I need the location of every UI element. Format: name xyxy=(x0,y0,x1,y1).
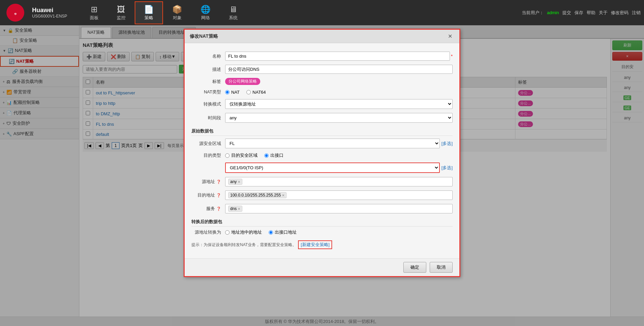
dest-addr-control: 100.0.0.10/255.255.255.255 ✕ xyxy=(225,190,453,200)
topbar-right: 当前用户： admin 提交 保存 帮助 关于 修改密码 注销 xyxy=(522,10,641,16)
name-input[interactable] xyxy=(225,52,450,61)
service-label: 服务 ❓ xyxy=(191,206,225,212)
src-zone-multi-btn[interactable]: [多选] xyxy=(441,141,453,147)
required-star: * xyxy=(451,54,453,59)
cancel-btn[interactable]: 取消 xyxy=(430,262,453,273)
trans-mode-label: 转换模式 xyxy=(191,101,225,107)
nat-radio-input[interactable] xyxy=(225,90,230,94)
iface-addr-radio-input[interactable] xyxy=(269,230,273,235)
form-row-nat-type: NAT类型 NAT NAT64 xyxy=(191,89,453,95)
submit-btn[interactable]: 提交 xyxy=(562,10,571,16)
form-row-dest-iface: GE1/0/0(TO ISP) [多选] xyxy=(191,162,453,173)
about-btn[interactable]: 关于 xyxy=(599,10,608,16)
src-zone-label: 源安全区域 xyxy=(191,141,225,147)
form-row-trans-mode: 转换模式 仅转换源地址 xyxy=(191,99,453,109)
user-name: admin xyxy=(547,10,559,15)
form-row-service: 服务 ❓ dns ✕ xyxy=(191,204,453,213)
modal-title: 修改NAT策略 xyxy=(190,33,218,39)
time-select[interactable]: any xyxy=(225,113,453,123)
dest-addr-tags[interactable]: 100.0.0.10/255.255.255.255 ✕ xyxy=(225,190,453,200)
new-security-policy-link[interactable]: [新建安全策略] xyxy=(298,240,332,249)
src-addr-tag-any: any ✕ xyxy=(228,179,242,185)
form-row-tag: 标签 分公司网络策略 xyxy=(191,78,453,85)
form-row-src-zone: 源安全区域 FL [多选] xyxy=(191,139,453,148)
dest-iface-radio[interactable]: 出接口 xyxy=(264,152,284,158)
src-zone-control: FL [多选] xyxy=(225,139,453,148)
dest-type-label: 目的类型 xyxy=(191,152,225,158)
user-label: 当前用户： xyxy=(522,10,544,16)
confirm-btn[interactable]: 确定 xyxy=(403,262,426,273)
nat-type-label: NAT类型 xyxy=(191,89,225,95)
topbar-nav: ⊞ 面板 🖼 监控 📄 策略 📦 对象 🌐 网络 🖥 系统 xyxy=(81,1,522,24)
nav-monitor[interactable]: 🖼 监控 xyxy=(108,1,135,24)
service-control: dns ✕ xyxy=(225,204,453,213)
name-control xyxy=(225,52,450,61)
src-addr-remove-any[interactable]: ✕ xyxy=(238,180,240,184)
modal-body: 名称 * 描述 标签 分公司网络策略 xyxy=(185,43,459,258)
form-row-time: 时间段 any xyxy=(191,113,453,123)
nav-policy-label: 策略 xyxy=(144,15,153,21)
monitor-icon: 🖼 xyxy=(117,5,125,14)
nat64-radio-input[interactable] xyxy=(246,90,251,94)
nav-network-label: 网络 xyxy=(201,15,210,21)
desc-input[interactable] xyxy=(225,65,453,74)
form-row-src-trans: 源地址转换为 地址池中的地址 出接口地址 xyxy=(191,229,453,235)
modal-footer: 确定 取消 xyxy=(185,258,459,276)
dest-iface-radio-input[interactable] xyxy=(264,153,269,158)
form-row-desc: 描述 xyxy=(191,65,453,74)
tag-badge: 分公司网络策略 xyxy=(225,78,260,85)
nav-network[interactable]: 🌐 网络 xyxy=(191,1,220,24)
help-btn[interactable]: 帮助 xyxy=(587,10,595,16)
form-row-name: 名称 * xyxy=(191,52,453,61)
change-pwd-btn[interactable]: 修改密码 xyxy=(611,10,628,16)
dest-addr-label: 目的地址 ❓ xyxy=(191,192,225,198)
addr-pool-radio[interactable]: 地址池中的地址 xyxy=(225,229,262,235)
service-remove-dns[interactable]: ✕ xyxy=(238,207,240,211)
modal-dialog: 修改NAT策略 ✕ 名称 * 描述 标签 xyxy=(184,29,460,277)
hint-text: 提示：为保证设备顺利转发NAT业务，需要配置安全策略。 xyxy=(191,242,296,248)
form-row-dest-addr: 目的地址 ❓ 100.0.0.10/255.255.255.255 ✕ xyxy=(191,190,453,200)
nav-object-label: 对象 xyxy=(173,15,182,21)
src-addr-tags[interactable]: any ✕ xyxy=(225,177,453,186)
svg-text:华: 华 xyxy=(14,12,17,16)
iface-addr-radio[interactable]: 出接口地址 xyxy=(269,229,297,235)
svg-point-0 xyxy=(6,4,24,22)
dest-iface-control: GE1/0/0(TO ISP) [多选] xyxy=(225,162,453,173)
desc-label: 描述 xyxy=(191,66,225,72)
logout-btn[interactable]: 注销 xyxy=(632,10,641,16)
src-addr-control: any ✕ xyxy=(225,177,453,186)
service-tag-dns: dns ✕ xyxy=(228,206,242,212)
save-btn[interactable]: 保存 xyxy=(574,10,583,16)
dest-zone-radio-input[interactable] xyxy=(225,153,230,158)
dest-addr-remove[interactable]: ✕ xyxy=(282,194,285,197)
service-tags[interactable]: dns ✕ xyxy=(225,204,453,213)
nav-system[interactable]: 🖥 系统 xyxy=(220,1,247,24)
time-control: any xyxy=(225,113,453,123)
src-zone-select[interactable]: FL xyxy=(225,139,440,148)
nat-type-control: NAT NAT64 xyxy=(225,90,453,95)
addr-pool-radio-input[interactable] xyxy=(225,230,230,235)
trans-mode-select[interactable]: 仅转换源地址 xyxy=(225,99,453,109)
trans-mode-control: 仅转换源地址 xyxy=(225,99,453,109)
dest-iface-multi-btn[interactable]: [多选] xyxy=(441,165,453,171)
form-row-src-addr: 源地址 ❓ any ✕ xyxy=(191,177,453,186)
dest-addr-tag: 100.0.0.10/255.255.255.255 ✕ xyxy=(228,192,287,198)
logo: 华 xyxy=(3,2,27,24)
nav-panel[interactable]: ⊞ 面板 xyxy=(81,1,108,24)
nav-system-label: 系统 xyxy=(229,15,238,21)
modal-overlay: 修改NAT策略 ✕ 名称 * 描述 标签 xyxy=(0,25,644,326)
brand-name: Huawei xyxy=(32,7,67,14)
dest-iface-select[interactable]: GE1/0/0(TO ISP) xyxy=(225,162,440,173)
time-label: 时间段 xyxy=(191,115,225,121)
modal-close-btn[interactable]: ✕ xyxy=(446,32,454,40)
src-trans-control: 地址池中的地址 出接口地址 xyxy=(225,229,453,235)
nav-object[interactable]: 📦 对象 xyxy=(163,1,191,24)
tag-control: 分公司网络策略 xyxy=(225,78,453,85)
nat-radio[interactable]: NAT xyxy=(225,90,240,95)
brand: Huawei USG6000V1-ENSP xyxy=(32,7,67,19)
src-addr-label: 源地址 ❓ xyxy=(191,179,225,185)
nav-policy[interactable]: 📄 策略 xyxy=(135,1,163,24)
nat64-radio[interactable]: NAT64 xyxy=(246,90,266,95)
nav-panel-label: 面板 xyxy=(90,15,99,21)
dest-zone-radio[interactable]: 目的安全区域 xyxy=(225,152,258,158)
